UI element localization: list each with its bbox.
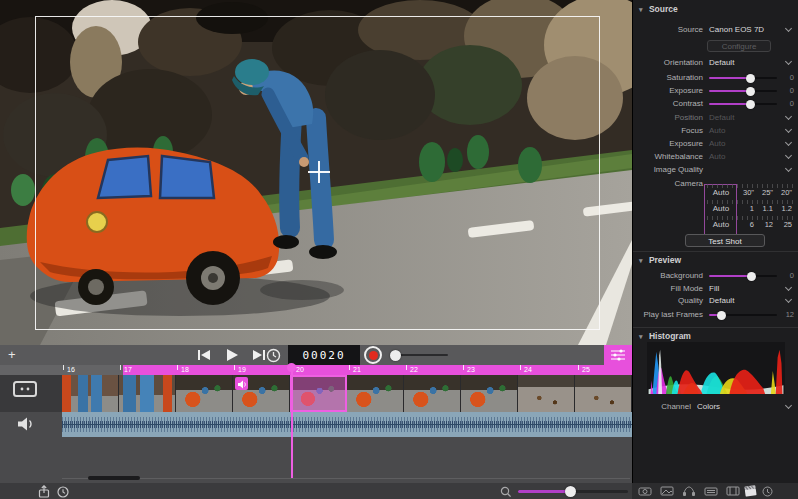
timeline-area: + 00020 16 17 18 19 20 21 22 23 — [0, 345, 632, 499]
playhead[interactable] — [291, 365, 293, 478]
configure-button[interactable]: Configure — [707, 40, 771, 52]
camera-exposure-grid[interactable]: Auto 30" 25" 20" Auto 1 1.1 1.2 Auto 6 1… — [707, 184, 793, 232]
crosshair-icon — [308, 161, 330, 183]
slider-knob[interactable] — [390, 350, 401, 361]
slider-knob[interactable] — [747, 272, 756, 281]
grid-cell[interactable]: 20" — [773, 188, 792, 200]
record-button[interactable] — [364, 346, 382, 364]
camera-icon[interactable] — [638, 486, 652, 496]
clock-icon[interactable] — [57, 486, 69, 498]
audio-track-speaker-icon[interactable] — [15, 415, 35, 433]
exposure-slider-row: Exposure 0 — [633, 84, 798, 97]
disclosure-triangle-icon: ▾ — [639, 6, 643, 13]
frame-thumbnail[interactable] — [575, 375, 632, 412]
frame-thumbnail[interactable] — [461, 375, 518, 412]
sliders-icon — [604, 345, 632, 365]
play-last-frames-row: Play last Frames 12 — [633, 308, 798, 321]
exposure-mode-row[interactable]: Exposure Auto — [633, 137, 798, 150]
timeline-scrollbar-track[interactable] — [62, 478, 630, 479]
frame-thumbnail[interactable] — [62, 375, 119, 412]
preview-section-header[interactable]: ▾ Preview — [639, 255, 681, 267]
saturation-slider[interactable] — [709, 77, 777, 79]
grid-cell[interactable]: 30" — [735, 188, 754, 200]
grid-cell[interactable]: 25" — [754, 188, 773, 200]
keyboard-icon[interactable] — [704, 486, 718, 496]
frames-track-icon[interactable] — [13, 381, 37, 397]
timeline-zoom-slider[interactable] — [518, 490, 628, 493]
histogram-display — [647, 342, 785, 394]
clapperboard-icon[interactable] — [744, 485, 757, 497]
zoom-magnifier-icon — [500, 486, 512, 498]
slider-knob[interactable] — [746, 74, 755, 83]
background-slider-row: Background 0 — [633, 269, 798, 282]
chevron-down-icon — [785, 58, 792, 65]
opacity-slider[interactable] — [392, 354, 448, 356]
grid-cell[interactable]: 1 — [735, 204, 754, 216]
slider-knob[interactable] — [746, 100, 755, 109]
frame-thumbnail[interactable] — [518, 375, 575, 412]
previous-frame-button[interactable] — [196, 347, 213, 363]
frame-thumbnail[interactable] — [347, 375, 404, 412]
thumbnail-strip — [0, 375, 632, 412]
orientation-row[interactable]: Orientation Default — [633, 56, 798, 69]
disclosure-triangle-icon: ▾ — [639, 257, 643, 264]
grid-cell[interactable]: 25 — [773, 220, 792, 232]
whitebalance-row[interactable]: Whitebalance Auto — [633, 150, 798, 163]
frame-thumbnail-selected[interactable] — [290, 375, 347, 412]
focus-row[interactable]: Focus Auto — [633, 124, 798, 137]
image-icon[interactable] — [660, 486, 674, 496]
chevron-down-icon — [785, 139, 792, 146]
audio-waveform-track[interactable] — [62, 412, 632, 437]
position-row[interactable]: Position Default — [633, 111, 798, 124]
add-button[interactable]: + — [8, 347, 16, 362]
film-icon[interactable] — [726, 486, 740, 496]
chevron-down-icon — [785, 126, 792, 133]
sync-icon[interactable] — [762, 486, 773, 497]
grid-cell[interactable]: 12 — [754, 220, 773, 232]
slider-knob[interactable] — [717, 311, 726, 320]
disclosure-triangle-icon: ▾ — [639, 333, 643, 340]
frame-thumbnail[interactable] — [176, 375, 233, 412]
contrast-slider[interactable] — [709, 103, 777, 105]
app-window: ▾ Source Source Canon EOS 7D Configure O… — [0, 0, 798, 499]
frame-thumbnail[interactable] — [404, 375, 461, 412]
frame-thumbnail[interactable] — [119, 375, 176, 412]
camera-viewport[interactable] — [0, 0, 632, 345]
channel-row[interactable]: Channel Colors — [633, 400, 798, 413]
transport-bar: + 00020 — [0, 345, 632, 365]
grid-cell[interactable]: 1.2 — [773, 204, 792, 216]
contrast-slider-row: Contrast 0 — [633, 97, 798, 110]
timeline-settings-button[interactable] — [604, 345, 632, 365]
quality-row[interactable]: Quality Default — [633, 294, 798, 307]
chevron-down-icon — [785, 25, 792, 32]
chevron-down-icon — [785, 152, 792, 159]
play-last-frames-slider[interactable] — [709, 314, 777, 316]
chevron-down-icon — [785, 113, 792, 120]
slider-knob[interactable] — [565, 486, 576, 497]
exposure-slider[interactable] — [709, 90, 777, 92]
panel-bottom-toolbar — [632, 483, 798, 499]
auto-column-highlight — [704, 184, 737, 236]
test-shot-button[interactable]: Test Shot — [685, 234, 765, 247]
timeline-ruler[interactable]: 16 17 18 19 20 21 22 23 24 25 26 — [0, 365, 632, 375]
chevron-down-icon — [785, 165, 792, 172]
chevron-down-icon — [785, 402, 792, 409]
source-section-header[interactable]: ▾ Source — [639, 4, 678, 16]
timeline-scrollbar-thumb[interactable] — [88, 476, 140, 480]
image-quality-row[interactable]: Image Quality — [633, 163, 798, 176]
source-row[interactable]: Source Canon EOS 7D — [633, 23, 798, 36]
grid-cell[interactable]: 6 — [735, 220, 754, 232]
background-slider[interactable] — [709, 275, 777, 277]
frame-counter: 00020 — [288, 345, 360, 366]
share-icon[interactable] — [38, 485, 50, 498]
next-frame-button[interactable] — [250, 347, 267, 363]
chevron-down-icon — [785, 296, 792, 303]
slider-knob[interactable] — [746, 87, 755, 96]
audio-clip-speaker-icon[interactable] — [235, 377, 248, 390]
chevron-down-icon — [785, 284, 792, 291]
grid-cell[interactable]: 1.1 — [754, 204, 773, 216]
timeline-bottom-toolbar — [0, 483, 632, 499]
play-button[interactable] — [223, 347, 240, 363]
timer-icon[interactable] — [266, 348, 283, 364]
audio-icon[interactable] — [682, 486, 696, 496]
